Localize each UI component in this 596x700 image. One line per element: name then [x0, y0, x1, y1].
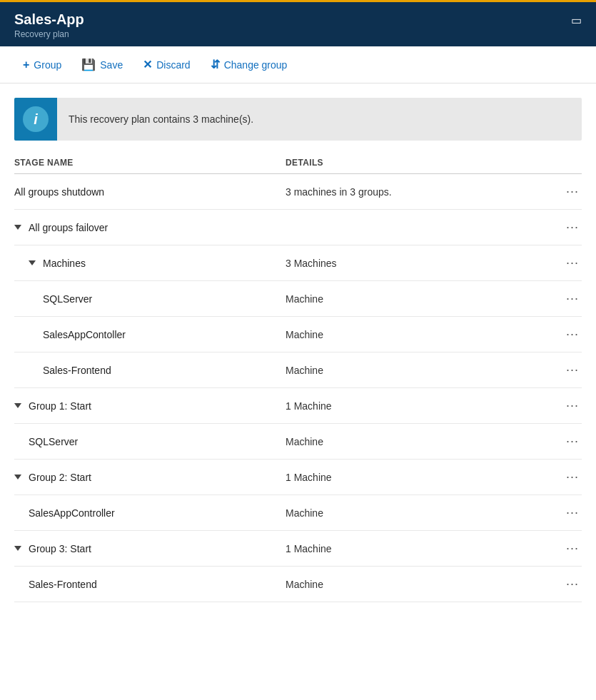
- info-banner: i This recovery plan contains 3 machine(…: [14, 98, 582, 141]
- row-details: Machine: [286, 507, 546, 519]
- row-name-text: SQLServer: [29, 436, 78, 447]
- row-name: SQLServer: [14, 293, 286, 305]
- table-row: Sales-FrontendMachine···: [14, 352, 582, 388]
- table-row: SQLServerMachine···: [14, 281, 582, 317]
- save-icon: 💾: [81, 58, 96, 71]
- change-group-label: Change group: [224, 59, 288, 71]
- table-body: All groups shutdown3 machines in 3 group…: [14, 174, 582, 602]
- column-stage-name: STAGE NAME: [14, 158, 286, 168]
- row-name: Group 3: Start: [14, 543, 286, 554]
- row-name-text: Machines: [43, 258, 86, 269]
- row-name-text: SQLServer: [43, 293, 92, 305]
- row-name: Sales-Frontend: [14, 365, 286, 376]
- chevron-icon: [29, 260, 36, 265]
- row-actions-button[interactable]: ···: [546, 291, 582, 306]
- table-row: SalesAppContollerMachine···: [14, 317, 582, 352]
- table-row: Sales-FrontendMachine···: [14, 567, 582, 602]
- row-name-text: Group 1: Start: [29, 400, 91, 412]
- info-text: This recovery plan contains 3 machine(s)…: [57, 103, 265, 135]
- row-actions-button[interactable]: ···: [546, 505, 582, 520]
- change-group-icon: ⇵: [211, 58, 220, 71]
- row-name-text: All groups failover: [29, 222, 108, 233]
- row-actions-button[interactable]: ···: [546, 327, 582, 342]
- toolbar: + Group 💾 Save ✕ Discard ⇵ Change group: [0, 46, 596, 83]
- row-details: 1 Machine: [286, 543, 546, 554]
- row-name: SQLServer: [14, 436, 286, 447]
- row-name-text: SalesAppController: [29, 507, 115, 519]
- row-name: Machines: [14, 258, 286, 269]
- change-group-button[interactable]: ⇵ Change group: [202, 54, 296, 76]
- row-actions-button[interactable]: ···: [546, 398, 582, 413]
- app-subtitle: Recovery plan: [14, 29, 84, 39]
- chevron-icon: [14, 546, 21, 551]
- row-name: Sales-Frontend: [14, 579, 286, 590]
- chevron-icon: [14, 403, 21, 408]
- save-button[interactable]: 💾 Save: [73, 54, 131, 76]
- table-row: Group 1: Start1 Machine···: [14, 388, 582, 424]
- row-details: Machine: [286, 436, 546, 447]
- row-details: 3 Machines: [286, 258, 546, 269]
- row-name: All groups failover: [14, 222, 286, 233]
- save-label: Save: [100, 59, 123, 71]
- chevron-icon: [14, 475, 21, 480]
- row-name: SalesAppController: [14, 507, 286, 519]
- table-row: Group 2: Start1 Machine···: [14, 460, 582, 495]
- row-actions-button[interactable]: ···: [546, 541, 582, 556]
- row-actions-button[interactable]: ···: [546, 577, 582, 592]
- app-title: Sales-App: [14, 11, 84, 28]
- header: Sales-App Recovery plan ▭: [0, 0, 596, 46]
- info-icon-box: i: [14, 98, 57, 141]
- row-actions-button[interactable]: ···: [546, 434, 582, 449]
- table-row: All groups failover···: [14, 210, 582, 245]
- row-details: 3 machines in 3 groups.: [286, 186, 546, 198]
- row-details: 1 Machine: [286, 400, 546, 412]
- row-actions-button[interactable]: ···: [546, 220, 582, 235]
- row-details: Machine: [286, 293, 546, 305]
- add-icon: +: [23, 59, 29, 71]
- discard-label: Discard: [156, 59, 190, 71]
- table-row: Group 3: Start1 Machine···: [14, 531, 582, 567]
- window-icon[interactable]: ▭: [571, 14, 582, 27]
- table-row: SQLServerMachine···: [14, 424, 582, 460]
- row-details: Machine: [286, 365, 546, 376]
- group-label: Group: [34, 59, 61, 71]
- table-row: All groups shutdown3 machines in 3 group…: [14, 174, 582, 210]
- table-header: STAGE NAME DETAILS: [14, 152, 582, 174]
- chevron-icon: [14, 225, 21, 230]
- row-details: Machine: [286, 329, 546, 340]
- row-actions-button[interactable]: ···: [546, 362, 582, 377]
- row-name-text: Sales-Frontend: [29, 579, 97, 590]
- row-details: 1 Machine: [286, 472, 546, 483]
- row-actions-button[interactable]: ···: [546, 184, 582, 199]
- column-actions: [546, 158, 582, 168]
- table-row: SalesAppControllerMachine···: [14, 495, 582, 531]
- row-name-text: All groups shutdown: [14, 186, 104, 198]
- row-name: SalesAppContoller: [14, 329, 286, 340]
- group-button[interactable]: + Group: [14, 54, 70, 76]
- row-actions-button[interactable]: ···: [546, 255, 582, 270]
- row-name-text: Group 3: Start: [29, 543, 91, 554]
- row-actions-button[interactable]: ···: [546, 470, 582, 485]
- row-name: Group 2: Start: [14, 472, 286, 483]
- row-details: Machine: [286, 579, 546, 590]
- row-name: All groups shutdown: [14, 186, 286, 198]
- row-name-text: Group 2: Start: [29, 472, 91, 483]
- row-name-text: SalesAppContoller: [43, 329, 126, 340]
- column-details: DETAILS: [286, 158, 546, 168]
- stage-table: STAGE NAME DETAILS All groups shutdown3 …: [14, 152, 582, 602]
- discard-button[interactable]: ✕ Discard: [134, 54, 198, 76]
- row-name: Group 1: Start: [14, 400, 286, 412]
- info-icon: i: [23, 106, 49, 132]
- table-row: Machines3 Machines···: [14, 245, 582, 281]
- discard-icon: ✕: [143, 58, 152, 71]
- row-name-text: Sales-Frontend: [43, 365, 111, 376]
